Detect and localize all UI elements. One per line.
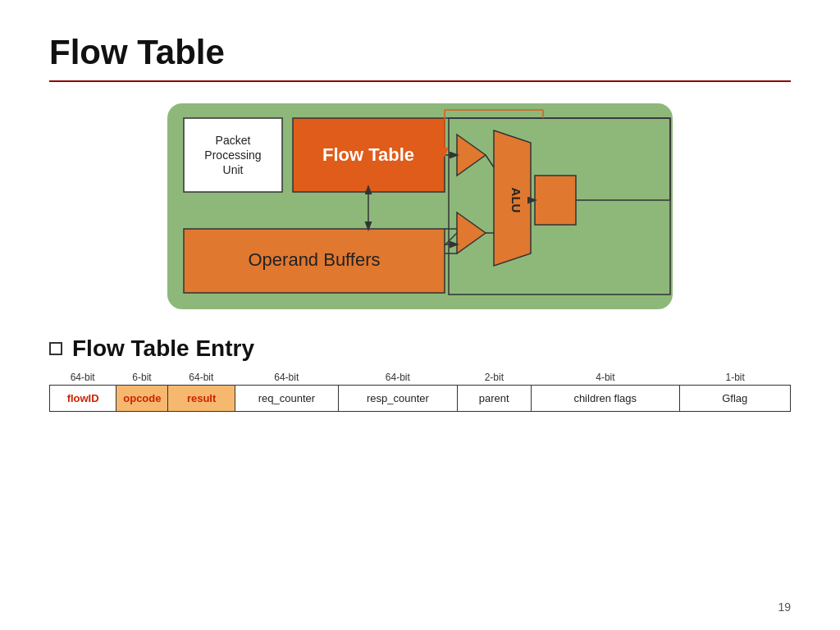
table-wrapper: 64-bit 6-bit 64-bit 64-bit 64-bit 2-bit … bbox=[49, 372, 791, 412]
cell-children-flags: children flags bbox=[531, 386, 679, 412]
svg-text:Processing: Processing bbox=[204, 148, 261, 162]
diagram-svg: Packet Processing Unit Flow Table Operan… bbox=[166, 102, 674, 311]
divider bbox=[49, 80, 791, 82]
page-number: 19 bbox=[778, 600, 791, 614]
cell-req-counter: req_counter bbox=[235, 386, 338, 412]
entry-section: Flow Table Entry 64-bit 6-bit 64-bit 64-… bbox=[49, 336, 791, 412]
slide-page: Flow Table Packet Processing Unit Flow T… bbox=[0, 0, 840, 630]
svg-rect-13 bbox=[535, 176, 576, 225]
table-row: flowID opcode result req_counter resp_co… bbox=[50, 386, 791, 412]
bit-labels-table: 64-bit 6-bit 64-bit 64-bit 64-bit 2-bit … bbox=[49, 372, 791, 383]
entry-title-row: Flow Table Entry bbox=[49, 336, 791, 362]
cell-gflag: Gflag bbox=[679, 386, 791, 412]
diagram-container: Packet Processing Unit Flow Table Operan… bbox=[49, 102, 791, 311]
bit-label-req: 64-bit bbox=[235, 372, 339, 383]
svg-text:Flow Table: Flow Table bbox=[322, 144, 414, 165]
cell-resp-counter: resp_counter bbox=[339, 386, 457, 412]
bit-label-gflag: 1-bit bbox=[679, 372, 791, 383]
svg-text:Packet: Packet bbox=[216, 134, 251, 147]
bit-label-resp: 64-bit bbox=[339, 372, 458, 383]
cell-flowid: flowID bbox=[50, 386, 116, 412]
cell-opcode: opcode bbox=[116, 386, 168, 412]
entry-title-text: Flow Table Entry bbox=[72, 336, 254, 362]
entry-table: flowID opcode result req_counter resp_co… bbox=[49, 385, 791, 412]
bit-label-opcode: 6-bit bbox=[116, 372, 167, 383]
bit-label-flowid: 64-bit bbox=[49, 372, 116, 383]
svg-text:Operand Buffers: Operand Buffers bbox=[248, 249, 380, 270]
cell-parent: parent bbox=[457, 386, 531, 412]
svg-text:Unit: Unit bbox=[223, 163, 244, 176]
bit-label-parent: 2-bit bbox=[457, 372, 531, 383]
svg-text:ALU: ALU bbox=[509, 188, 523, 213]
bit-label-result: 64-bit bbox=[168, 372, 235, 383]
cell-result: result bbox=[168, 386, 235, 412]
checkbox-icon bbox=[49, 342, 62, 355]
bit-label-children: 4-bit bbox=[532, 372, 680, 383]
page-title: Flow Table bbox=[49, 33, 791, 72]
